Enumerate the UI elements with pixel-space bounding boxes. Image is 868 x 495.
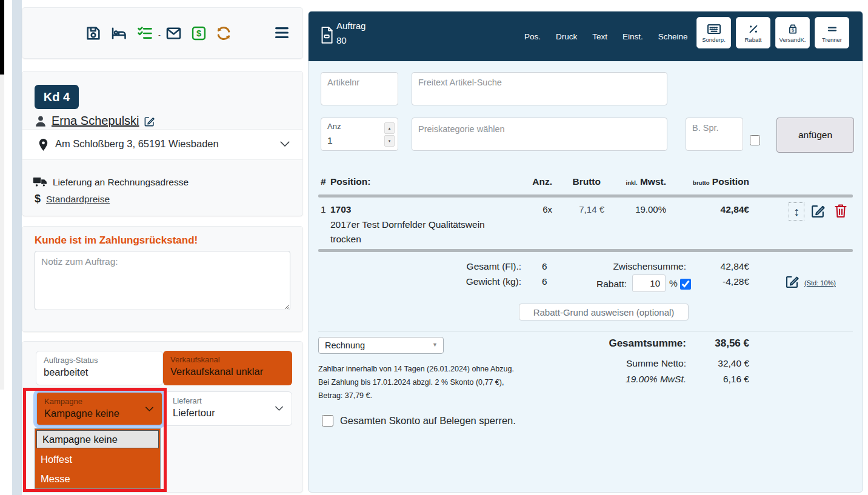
gesamt-label: Gesamt (Fl).:: [467, 261, 521, 272]
order-status-value: bearbeitet: [44, 365, 155, 379]
bspr-input[interactable]: [686, 118, 743, 151]
order-status-field[interactable]: Auftrags-Status bearbeitet: [36, 351, 163, 385]
truck-icon: [33, 176, 48, 188]
customer-name-link[interactable]: Erna Schepulski: [52, 114, 139, 128]
left-edge-gray-strip: [0, 75, 4, 390]
rabatt-grund-button[interactable]: Rabatt-Grund ausweisen (optional): [519, 304, 689, 321]
nav-pos[interactable]: Pos.: [524, 32, 541, 41]
nav-druck[interactable]: Druck: [556, 32, 577, 41]
campaign-options-list: Kampagne keine Hoffest Messe: [35, 428, 161, 489]
checklist-icon[interactable]: [136, 25, 154, 42]
payment-type-select[interactable]: Rechnung ▼: [318, 337, 444, 354]
campaign-option-selected[interactable]: Kampagne keine: [36, 430, 159, 448]
row-delete-icon[interactable]: [833, 203, 848, 219]
nav-text[interactable]: Text: [592, 32, 607, 41]
col-pos-total: brutto Position: [693, 176, 749, 187]
chevron-down-icon: [279, 140, 290, 148]
rabatt-button[interactable]: Rabatt: [736, 17, 770, 48]
nav-einst[interactable]: Einst.: [623, 32, 643, 41]
artikelnr-input[interactable]: [321, 72, 398, 105]
row-move-handle[interactable]: ↕: [789, 202, 804, 221]
sales-channel-field[interactable]: Verkaufskanal Verkaufskanal unklar: [163, 351, 292, 385]
toolbar-separator: -: [158, 31, 161, 39]
order-status-label: Auftrags-Status: [44, 356, 155, 365]
campaign-option[interactable]: Hoffest: [35, 450, 160, 469]
anzahl-stepper[interactable]: Anz 1 ▴ ▾: [321, 118, 398, 151]
campaign-option[interactable]: Messe: [35, 469, 160, 488]
rabatt-amount: -4,28€: [723, 276, 749, 287]
toolbar-card: - $: [22, 7, 303, 59]
skonto-sperren-label: Gesamten Skonto auf Belegen sperren.: [340, 415, 516, 427]
col-position: Position:: [330, 176, 370, 187]
rabatt-std-link[interactable]: (Std: 10%): [804, 279, 836, 287]
rabatt-label: Rabatt:: [596, 279, 627, 290]
edit-customer-icon[interactable]: [144, 116, 155, 127]
keyboard-icon: [707, 23, 721, 35]
document-icon: [319, 26, 335, 44]
gewicht-label: Gewicht (kg):: [466, 276, 521, 287]
rabatt-checkbox[interactable]: [680, 279, 691, 290]
anfuegen-button[interactable]: anfügen: [776, 118, 854, 153]
skonto-sperren-checkbox[interactable]: [322, 415, 333, 427]
customer-number-badge: Kd 4: [35, 85, 79, 109]
nav-scheine[interactable]: Scheine: [658, 32, 688, 41]
delivery-type-value: Liefertour: [173, 406, 284, 419]
rabatt-edit-icon[interactable]: [785, 274, 800, 289]
row-total: 42,84€: [721, 204, 749, 215]
price-category-link[interactable]: Standardpreise: [46, 194, 110, 205]
sonderpreis-button[interactable]: Sonderp.: [696, 17, 731, 48]
row-artnr: 1703: [330, 204, 351, 214]
rabatt-grund-label: Rabatt-Grund ausweisen (optional): [533, 307, 675, 317]
refresh-icon[interactable]: [215, 25, 232, 42]
order-title: Auftrag: [336, 21, 366, 31]
netto-value: 32,40 €: [718, 358, 749, 369]
row-anz: 6x: [542, 204, 552, 214]
mail-icon[interactable]: [165, 25, 182, 42]
col-anz: Anz.: [532, 176, 552, 187]
col-mwst-prefix: inkl.: [626, 179, 638, 186]
delivery-type-chevron-icon: [275, 405, 284, 412]
mwst-value: 6,16 €: [723, 374, 749, 385]
location-pin-icon: [38, 138, 48, 151]
payment-arrears-warning: Kunde ist im Zahlungsrückstand!: [35, 234, 198, 247]
note-card: Kunde ist im Zahlungsrückstand!: [22, 226, 303, 332]
payment-type-value: Rechnung: [325, 341, 365, 350]
anfuegen-label: anfügen: [798, 130, 832, 140]
save-icon[interactable]: [85, 25, 102, 42]
person-icon: [34, 115, 47, 128]
versandkosten-button[interactable]: $ VersandK.: [775, 17, 810, 48]
versandkosten-label: VersandK.: [780, 36, 806, 43]
campaign-select[interactable]: Kampagne Kampagne keine: [36, 391, 163, 426]
address-selector[interactable]: Am Schloßberg 3, 65191 Wiesbaden: [22, 129, 302, 160]
hamburger-menu-icon[interactable]: [275, 27, 289, 39]
anzahl-label: Anz: [327, 122, 341, 131]
separator-icon: [825, 23, 840, 35]
preiskategorie-input[interactable]: [412, 118, 667, 151]
anzahl-value: 1: [327, 135, 333, 146]
address-text: Am Schloßberg 3, 65191 Wiesbaden: [55, 138, 219, 150]
row-edit-icon[interactable]: [810, 204, 826, 219]
campaign-label: Kampagne: [44, 397, 155, 407]
updown-arrow-icon: ↕: [793, 205, 800, 219]
rabatt-input[interactable]: [632, 274, 666, 292]
delivery-type-select[interactable]: Lieferart Liefertour: [165, 391, 292, 426]
bspr-checkbox[interactable]: [750, 135, 760, 145]
gewicht-value: 6: [542, 276, 547, 287]
row-name-line2: trocken: [330, 234, 361, 245]
col-hash: #: [321, 176, 326, 187]
zwischensumme-value: 42,84€: [721, 261, 749, 272]
order-header: Auftrag 80 Pos. Druck Text Einst. Schein…: [309, 12, 863, 61]
stepper-down-button[interactable]: ▾: [384, 135, 395, 147]
dollar-square-icon[interactable]: $: [190, 25, 207, 42]
col-mwst-main: Mwst.: [640, 176, 666, 187]
trenner-button[interactable]: Trenner: [815, 17, 849, 48]
stepper-down-icon: ▾: [389, 139, 391, 144]
stepper-up-button[interactable]: ▴: [384, 122, 395, 134]
percent-icon: [747, 23, 760, 35]
sonderpreis-label: Sonderp.: [702, 36, 726, 43]
left-background-band: [12, 0, 22, 495]
rabatt-button-label: Rabatt: [745, 36, 762, 43]
freitext-suche-input[interactable]: [412, 72, 667, 105]
order-note-textarea[interactable]: [35, 251, 290, 310]
bed-icon[interactable]: [110, 25, 128, 42]
